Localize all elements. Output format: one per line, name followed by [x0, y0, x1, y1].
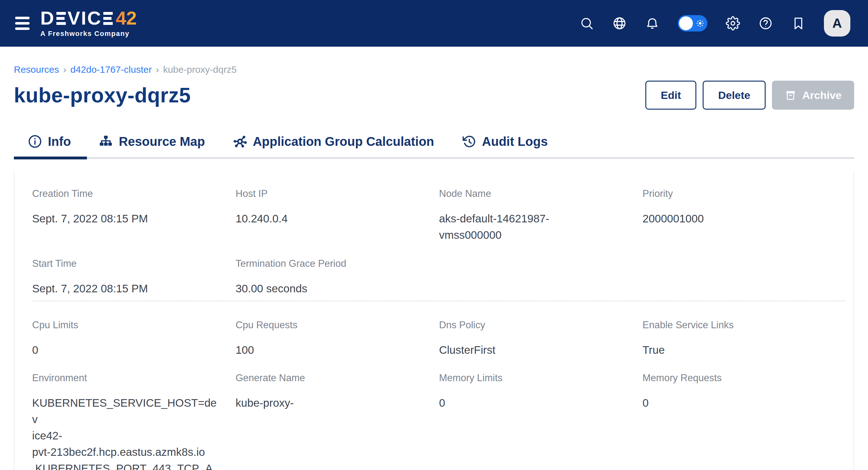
archive-label: Archive — [802, 89, 841, 101]
main-content: Resources › d42do-1767-cluster › kube-pr… — [0, 47, 868, 470]
logo-letters-vic: VIC — [67, 9, 102, 28]
tab-info[interactable]: Info — [28, 134, 71, 149]
logo-letter-e-icon — [103, 12, 113, 25]
archive-button[interactable]: Archive — [772, 81, 854, 109]
field-dns-policy: Dns Policy ClusterFirst — [439, 319, 643, 358]
tabbar-underline — [14, 157, 854, 159]
field-label: Generate Name — [236, 372, 424, 384]
field-value: 100 — [236, 342, 424, 358]
field-cpu-limits: Cpu Limits 0 — [32, 319, 236, 358]
section-divider — [32, 301, 846, 302]
field-termination-grace-period: Termination Grace Period 30.00 seconds — [236, 258, 439, 297]
archive-icon — [784, 89, 797, 101]
sitemap-icon — [99, 134, 113, 149]
logo-letter-d: D — [40, 9, 55, 28]
active-tab-underline — [14, 157, 87, 159]
breadcrumb-separator: › — [63, 64, 66, 75]
field-value: kube-proxy- — [236, 395, 424, 411]
field-label: Termination Grace Period — [236, 258, 424, 270]
theme-toggle[interactable] — [678, 15, 707, 31]
breadcrumb-current: kube-proxy-dqrz5 — [163, 64, 237, 75]
tab-resource-map[interactable]: Resource Map — [99, 134, 205, 149]
field-value: 2000001000 — [643, 211, 831, 227]
avatar-initial: A — [832, 16, 842, 31]
info-panel: Creation Time Sept. 7, 2022 08:15 PM Hos… — [14, 172, 854, 470]
field-row: Creation Time Sept. 7, 2022 08:15 PM Hos… — [32, 188, 846, 243]
logo-letter-e-icon — [56, 12, 66, 25]
field-memory-limits: Memory Limits 0 — [439, 372, 643, 470]
page-title: kube-proxy-dqrz5 — [14, 83, 191, 107]
tab-label: Info — [48, 134, 71, 149]
bell-icon[interactable] — [645, 16, 659, 31]
field-label: Node Name — [439, 188, 627, 200]
field-value: Sept. 7, 2022 08:15 PM — [32, 280, 220, 297]
field-value: KUBERNETES_SERVICE_HOST=dev ice42- pvt-2… — [32, 395, 220, 470]
field-row: Cpu Limits 0 Cpu Requests 100 Dns Policy… — [32, 319, 846, 358]
tab-application-group-calculation[interactable]: Application Group Calculation — [233, 134, 434, 149]
field-value: 30.00 seconds — [236, 280, 424, 297]
tab-label: Application Group Calculation — [253, 134, 434, 149]
breadcrumb-resources[interactable]: Resources — [14, 64, 59, 75]
sun-icon — [695, 19, 705, 28]
menu-icon[interactable] — [15, 17, 30, 30]
field-environment: Environment KUBERNETES_SERVICE_HOST=dev … — [32, 372, 236, 470]
field-value: Sept. 7, 2022 08:15 PM — [32, 211, 220, 227]
gear-icon[interactable] — [726, 16, 740, 31]
edit-button[interactable]: Edit — [645, 81, 696, 109]
avatar[interactable]: A — [824, 10, 850, 36]
field-row: Environment KUBERNETES_SERVICE_HOST=dev … — [32, 372, 846, 470]
field-value: 0 — [32, 342, 220, 358]
field-label: Start Time — [32, 258, 220, 270]
field-label: Cpu Requests — [236, 319, 424, 331]
field-node-name: Node Name aks-default-14621987- vmss0000… — [439, 188, 643, 243]
logo-digits: 42 — [116, 9, 137, 28]
breadcrumb: Resources › d42do-1767-cluster › kube-pr… — [14, 47, 854, 75]
action-buttons: Edit Delete Archive — [645, 81, 854, 109]
field-generate-name: Generate Name kube-proxy- — [236, 372, 439, 470]
field-value: 0 — [439, 395, 627, 411]
brand-subtitle: A Freshworks Company — [40, 30, 137, 38]
field-label: Memory Limits — [439, 372, 627, 384]
globe-icon[interactable] — [612, 16, 627, 31]
field-creation-time: Creation Time Sept. 7, 2022 08:15 PM — [32, 188, 236, 243]
search-icon[interactable] — [580, 16, 594, 31]
field-label: Dns Policy — [439, 319, 627, 331]
brand-logo[interactable]: D VIC 42 A Freshworks Company — [40, 9, 137, 38]
tab-bar: Info Resource Map Application Group Calc… — [14, 134, 854, 159]
tab-label: Resource Map — [119, 134, 205, 149]
field-label: Creation Time — [32, 188, 220, 200]
delete-button[interactable]: Delete — [703, 81, 766, 109]
field-value: True — [643, 342, 831, 358]
field-value: 10.240.0.4 — [236, 211, 424, 227]
field-enable-service-links: Enable Service Links True — [643, 319, 846, 358]
field-label: Memory Requests — [643, 372, 831, 384]
field-cpu-requests: Cpu Requests 100 — [236, 319, 439, 358]
title-row: kube-proxy-dqrz5 Edit Delete Archive — [14, 80, 854, 111]
toggle-knob — [679, 17, 693, 30]
field-row: Start Time Sept. 7, 2022 08:15 PM Termin… — [32, 258, 846, 297]
field-label: Enable Service Links — [643, 319, 831, 331]
field-start-time: Start Time Sept. 7, 2022 08:15 PM — [32, 258, 236, 297]
top-navbar: D VIC 42 A Freshworks Company — [0, 0, 868, 47]
info-icon — [28, 134, 42, 149]
field-value: ClusterFirst — [439, 342, 627, 358]
field-host-ip: Host IP 10.240.0.4 — [236, 188, 439, 243]
field-value: aks-default-14621987- vmss000000 — [439, 211, 627, 243]
breadcrumb-cluster[interactable]: d42do-1767-cluster — [70, 64, 152, 75]
navbar-actions: A — [580, 10, 850, 36]
field-priority: Priority 2000001000 — [643, 188, 846, 243]
nodes-hub-icon — [233, 134, 247, 149]
field-label: Host IP — [236, 188, 424, 200]
help-icon[interactable] — [758, 16, 773, 31]
field-label: Environment — [32, 372, 220, 384]
tab-audit-logs[interactable]: Audit Logs — [462, 134, 548, 149]
field-label: Cpu Limits — [32, 319, 220, 331]
history-icon — [462, 134, 476, 149]
tab-label: Audit Logs — [482, 134, 548, 149]
field-label: Priority — [643, 188, 831, 200]
field-memory-requests: Memory Requests 0 — [643, 372, 846, 470]
breadcrumb-separator: › — [156, 64, 159, 75]
bookmark-icon[interactable] — [791, 16, 806, 31]
field-value: 0 — [643, 395, 831, 411]
